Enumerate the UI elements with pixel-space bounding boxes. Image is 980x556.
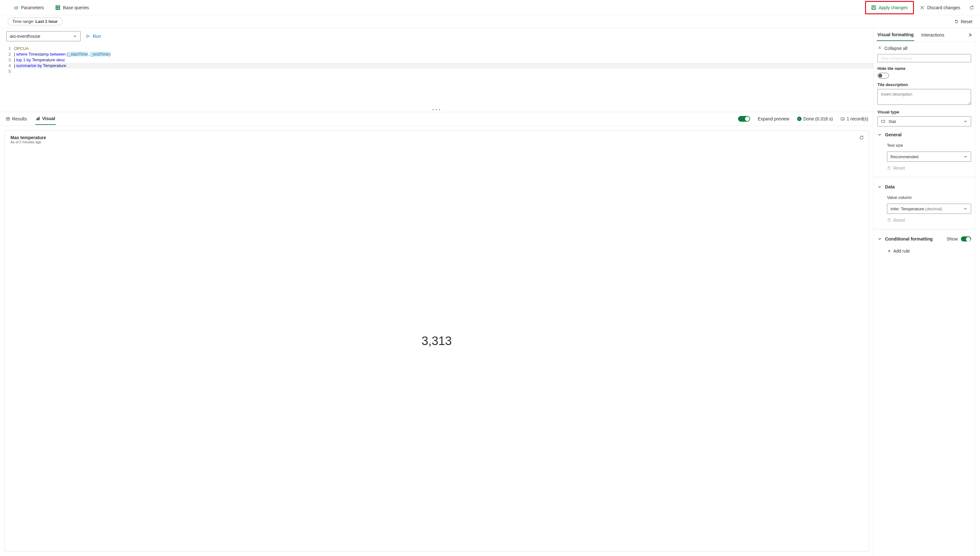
data-reset-button[interactable]: Reset (887, 217, 971, 224)
run-label: Run (93, 34, 101, 39)
tile-subtitle: As of 2 minutes ago (10, 140, 863, 144)
time-range-value: Last 1 hour (35, 19, 58, 24)
connection-value: aio-eventhouse (10, 34, 40, 39)
chart-icon (36, 116, 40, 121)
general-section-header[interactable]: General (877, 130, 971, 139)
table-icon (6, 116, 10, 121)
chevron-down-icon (963, 119, 968, 124)
tile-name-input-partial[interactable]: Max temperature (877, 54, 971, 62)
visual-tab[interactable]: Visual (35, 113, 56, 125)
svg-rect-5 (57, 7, 58, 8)
expand-panel-icon[interactable] (967, 33, 972, 37)
visual-type-label: Visual type (877, 110, 971, 115)
stat-tile: Max temperature As of 2 minutes ago 3,31… (5, 130, 869, 551)
result-bar: Results Visual Expand preview ✓ Done (0.… (0, 112, 873, 126)
conditional-formatting-header[interactable]: Conditional formatting Show (877, 234, 971, 243)
svg-text:123: 123 (841, 118, 845, 120)
refresh-icon (969, 5, 974, 10)
chevron-down-icon (877, 237, 882, 241)
run-button[interactable]: Run (86, 34, 101, 39)
svg-marker-15 (87, 35, 90, 38)
reset-label: Reset (961, 19, 972, 24)
records-count: 1 record(s) (846, 116, 868, 121)
svg-rect-26 (882, 120, 885, 123)
add-rule-label: Add rule (893, 249, 910, 254)
chevron-down-icon (963, 154, 968, 159)
save-icon (871, 5, 876, 10)
chevron-down-icon (877, 133, 882, 137)
time-range-prefix: Time range: (12, 19, 35, 24)
collapse-all-button[interactable]: Collapse all (877, 44, 971, 52)
chevron-down-icon (73, 34, 77, 39)
general-reset-button[interactable]: Reset (887, 164, 971, 172)
svg-rect-2 (57, 5, 58, 6)
expand-preview-label: Expand preview (758, 116, 790, 121)
value-column-type: (decimal) (925, 207, 942, 211)
code-editor[interactable]: 12345 OPCUA | where Timestamp between (_… (0, 44, 873, 108)
text-size-label: Text size (887, 143, 971, 148)
conditional-formatting-toggle[interactable] (961, 236, 971, 241)
svg-rect-6 (59, 7, 60, 8)
svg-rect-3 (59, 5, 60, 6)
visual-type-select[interactable]: Stat (877, 116, 971, 126)
time-range-chip[interactable]: Time range: Last 1 hour (8, 18, 63, 26)
stat-value: 3,313 (421, 334, 451, 348)
svg-rect-9 (59, 8, 60, 10)
line-gutter: 12345 (0, 46, 14, 108)
apply-changes-highlight: Apply changes (865, 1, 914, 14)
apply-changes-button[interactable]: Apply changes (868, 3, 911, 13)
value-column-select[interactable]: Infer: Temperature (decimal) (887, 204, 971, 214)
svg-rect-22 (39, 117, 39, 120)
done-status: Done (0.318 s) (803, 116, 833, 121)
parameters-label: Parameters (21, 5, 44, 10)
close-icon (920, 5, 925, 10)
refresh-button[interactable] (966, 3, 977, 13)
svg-rect-21 (37, 118, 39, 120)
visual-tab-label: Visual (42, 116, 55, 121)
formatting-panel: Visual formatting Interactions Collapse … (874, 28, 975, 556)
success-icon: ✓ (797, 116, 801, 121)
tile-description-input[interactable] (877, 89, 971, 105)
visual-formatting-tab[interactable]: Visual formatting (877, 29, 914, 41)
code-content[interactable]: OPCUA | where Timestamp between (_startT… (14, 46, 873, 108)
tile-title: Max temperature (10, 135, 863, 140)
time-range-bar: Time range: Last 1 hour Reset (0, 15, 980, 28)
svg-rect-7 (56, 8, 57, 10)
show-label: Show (947, 236, 958, 241)
discard-changes-button[interactable]: Discard changes (917, 3, 964, 13)
parameters-icon: [@] (13, 5, 18, 10)
general-reset-label: Reset (893, 165, 905, 171)
visual-type-value: Stat (888, 119, 896, 124)
expand-preview-toggle[interactable] (738, 116, 750, 122)
svg-rect-20 (36, 118, 37, 120)
value-column-value: Infer: Temperature (890, 207, 925, 211)
interactions-tab[interactable]: Interactions (920, 29, 945, 40)
results-tab-label: Results (12, 116, 27, 121)
hide-tile-toggle[interactable] (877, 73, 889, 79)
svg-text:[@]: [@] (14, 6, 18, 10)
base-queries-button[interactable]: Base queries (52, 3, 92, 13)
tile-refresh-button[interactable] (859, 135, 864, 140)
records-icon: 123 (840, 116, 845, 121)
data-reset-label: Reset (893, 218, 905, 223)
play-icon (86, 34, 90, 39)
parameters-button[interactable]: [@] Parameters (10, 3, 47, 13)
hide-tile-label: Hide tile name (877, 66, 971, 71)
text-size-select[interactable]: Recommended (887, 152, 971, 162)
data-section-header[interactable]: Data (877, 183, 971, 191)
add-rule-button[interactable]: Add rule (887, 247, 971, 255)
svg-rect-1 (56, 5, 57, 6)
base-queries-label: Base queries (63, 5, 89, 10)
apply-changes-label: Apply changes (879, 5, 908, 10)
reset-button[interactable]: Reset (954, 19, 972, 24)
results-tab[interactable]: Results (5, 113, 27, 124)
conditional-formatting-label: Conditional formatting (885, 236, 933, 241)
chevron-down-icon (877, 184, 882, 189)
connection-dropdown[interactable]: aio-eventhouse (6, 31, 81, 41)
svg-rect-16 (6, 118, 10, 120)
collapse-icon (877, 46, 882, 50)
collapse-all-label: Collapse all (885, 46, 907, 51)
chevron-down-icon (963, 207, 968, 211)
splitter-handle[interactable]: • • • (0, 108, 873, 112)
stat-icon (881, 119, 885, 124)
